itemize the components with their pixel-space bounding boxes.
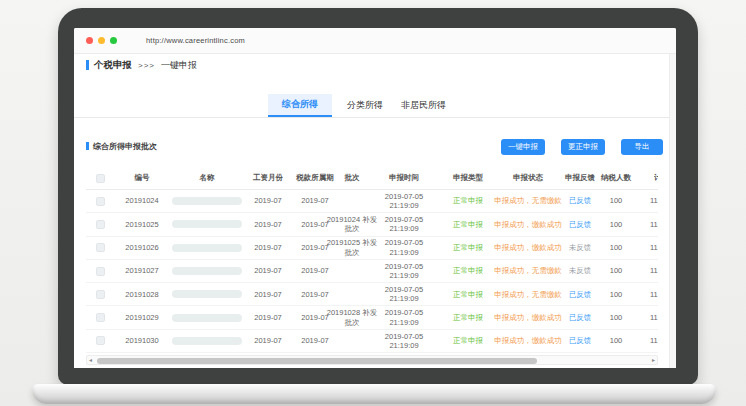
tab-classified-income[interactable]: 分类所得 — [347, 94, 383, 117]
cell-declare-type: 正常申报 — [446, 306, 490, 328]
cell-feedback: 未反馈 — [562, 237, 598, 259]
horizontal-scrollbar-thumb[interactable] — [97, 358, 537, 364]
row-checkbox[interactable] — [96, 243, 105, 252]
row-checkbox[interactable] — [96, 220, 105, 229]
cell-id: 20191027 — [114, 260, 170, 282]
browser-window: http://www.careerintlinc.com 个税申报 >>> 一键… — [74, 28, 676, 368]
cell-salary-month: 2019-07 — [244, 283, 292, 305]
row-checkbox-cell — [86, 306, 114, 328]
breadcrumb-accent-bar — [86, 60, 89, 70]
cell-salary-month: 2019-07 — [244, 213, 292, 235]
table-row: 20191026 2019-07 2019-07 20191025 补发批次 2… — [86, 237, 658, 260]
cell-feedback: 已反馈 — [562, 190, 598, 212]
table-row: 20191028 2019-07 2019-07 2019-07-05 21:1… — [86, 283, 658, 306]
row-checkbox[interactable] — [96, 197, 105, 206]
header-declare-status: 申报状态 — [490, 167, 566, 189]
cell-declare-type: 正常申报 — [446, 283, 490, 305]
cell-declare-time: 2019-07-05 21:19:09 — [377, 260, 431, 282]
cell-batch: 20191024 补发批次 — [326, 213, 378, 235]
header-checkbox-cell — [86, 167, 114, 189]
cell-declare-status: 申报成功，无需缴款 — [490, 190, 566, 212]
cell-clipped-column: 11 — [642, 283, 658, 305]
cell-id: 20191028 — [114, 283, 170, 305]
header-feedback: 申报反馈 — [562, 167, 598, 189]
export-button[interactable]: 导出 — [621, 139, 663, 155]
table-row: 20191024 2019-07 2019-07 2019-07-05 21:1… — [86, 190, 658, 213]
tabs-divider — [74, 117, 669, 118]
laptop-bezel: http://www.careerintlinc.com 个税申报 >>> 一键… — [58, 8, 698, 385]
table-header-row: 编号 名称 工资月份 税款所属期 批次 申报时间 申报类型 申报状态 申报反馈 … — [86, 167, 658, 190]
cell-id: 20191024 — [114, 190, 170, 212]
traffic-light-maximize-icon[interactable] — [110, 37, 117, 44]
breadcrumb: 个税申报 >>> 一键申报 — [86, 58, 197, 72]
header-declare-time: 申报时间 — [377, 167, 431, 189]
row-checkbox-cell — [86, 237, 114, 259]
cell-declare-status: 申报成功，缴款成功 — [490, 330, 566, 352]
row-checkbox[interactable] — [96, 336, 105, 345]
cell-name — [170, 237, 244, 259]
cell-salary-month: 2019-07 — [244, 237, 292, 259]
row-checkbox[interactable] — [96, 313, 105, 322]
correction-declare-button[interactable]: 更正申报 — [561, 139, 605, 155]
row-checkbox[interactable] — [96, 290, 105, 299]
header-salary-month: 工资月份 — [244, 167, 292, 189]
row-checkbox[interactable] — [96, 267, 105, 276]
cell-clipped-column: 11 — [642, 237, 658, 259]
cell-name — [170, 190, 244, 212]
cell-salary-month: 2019-07 — [244, 330, 292, 352]
redacted-name-pill — [172, 314, 242, 322]
redacted-name-pill — [172, 267, 242, 275]
panel-title: 综合所得申报批次 — [86, 140, 157, 152]
address-bar-url[interactable]: http://www.careerintlinc.com — [146, 36, 245, 45]
cell-declare-time: 2019-07-05 21:19:09 — [377, 213, 431, 235]
cell-name — [170, 306, 244, 328]
select-all-checkbox[interactable] — [96, 174, 105, 183]
scroll-left-arrow-icon[interactable]: ◂ — [89, 356, 92, 365]
cell-feedback: 已反馈 — [562, 213, 598, 235]
cell-taxpayer-count: 100 — [598, 260, 634, 282]
header-id: 编号 — [114, 167, 170, 189]
cell-declare-status: 申报成功，无需缴款 — [490, 260, 566, 282]
cell-clipped-column: 11 — [642, 213, 658, 235]
cell-batch — [326, 283, 378, 305]
traffic-light-minimize-icon[interactable] — [98, 37, 105, 44]
cell-name — [170, 260, 244, 282]
header-clipped-column: 计 — [654, 167, 658, 189]
cell-taxpayer-count: 100 — [598, 213, 634, 235]
cell-taxpayer-count: 100 — [598, 306, 634, 328]
cell-declare-status: 申报成功，缴款成功 — [490, 237, 566, 259]
one-click-declare-button[interactable]: 一键申报 — [501, 139, 545, 155]
cell-feedback: 已反馈 — [562, 330, 598, 352]
header-name: 名称 — [170, 167, 244, 189]
cell-id: 20191030 — [114, 330, 170, 352]
traffic-light-close-icon[interactable] — [86, 37, 93, 44]
page-background: http://www.careerintlinc.com 个税申报 >>> 一键… — [0, 0, 746, 406]
tab-comprehensive-income[interactable]: 综合所得 — [268, 94, 332, 117]
cell-name — [170, 213, 244, 235]
tab-nonresident-income[interactable]: 非居民所得 — [401, 94, 446, 117]
table-body: 20191024 2019-07 2019-07 2019-07-05 21:1… — [86, 190, 658, 353]
redacted-name-pill — [172, 244, 242, 252]
row-checkbox-cell — [86, 213, 114, 235]
redacted-name-pill — [172, 197, 242, 205]
horizontal-scrollbar[interactable]: ◂ ▸ — [86, 355, 658, 365]
table-row: 20191029 2019-07 2019-07 20191028 补发批次 2… — [86, 306, 658, 329]
income-type-tabs: 综合所得 分类所得 非居民所得 — [268, 94, 446, 117]
header-declare-type: 申报类型 — [446, 167, 490, 189]
vertical-scrollbar[interactable] — [669, 54, 676, 368]
cell-batch: 20191025 补发批次 — [326, 237, 378, 259]
cell-name — [170, 283, 244, 305]
redacted-name-pill — [172, 220, 242, 228]
row-checkbox-cell — [86, 260, 114, 282]
redacted-name-pill — [172, 290, 242, 298]
cell-declare-time: 2019-07-05 21:19:09 — [377, 190, 431, 212]
cell-declare-type: 正常申报 — [446, 330, 490, 352]
breadcrumb-section: 个税申报 — [94, 59, 132, 72]
header-taxpayer-count: 纳税人数 — [598, 167, 634, 189]
cell-taxpayer-count: 100 — [598, 190, 634, 212]
cell-clipped-column: 11 — [642, 306, 658, 328]
cell-batch — [326, 330, 378, 352]
breadcrumb-separator: >>> — [138, 61, 155, 70]
cell-taxpayer-count: 100 — [598, 330, 634, 352]
scroll-right-arrow-icon[interactable]: ▸ — [652, 356, 655, 365]
